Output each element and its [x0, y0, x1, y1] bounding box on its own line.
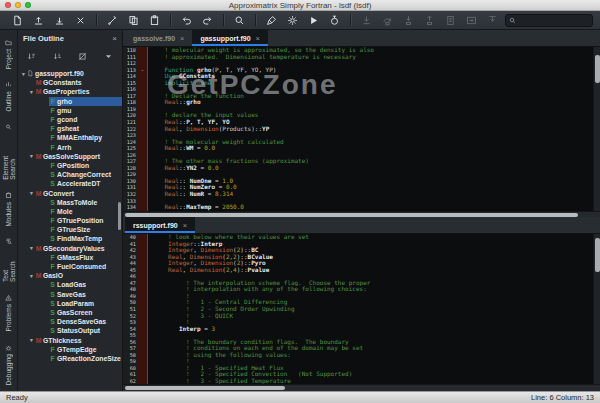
vertical-scrollbar[interactable] — [593, 47, 600, 211]
outline-item-GReactionZoneSize[interactable]: FGReactionZoneSize — [18, 354, 122, 363]
outline-item-AccelerateDT[interactable]: SAccelerateDT — [18, 179, 122, 188]
sidebar-tab-outline[interactable]: Outline — [5, 75, 12, 118]
outline-item-Mole[interactable]: FMole — [18, 207, 122, 216]
outline-item-MMAEnthalpy[interactable]: FMMAEnthalpy — [18, 133, 122, 142]
outline-options-dropdown[interactable] — [104, 52, 113, 61]
outline-item-GasProperties[interactable]: ▾MGasProperties — [18, 87, 122, 96]
debug-stack-button[interactable] — [440, 12, 461, 28]
outline-item-GThickness[interactable]: ▾MGThickness — [18, 335, 122, 344]
outline-item-gassupport.f90[interactable]: ▾gassupport.f90 — [18, 69, 122, 78]
copy-button[interactable] — [123, 12, 144, 28]
breakpoint-margin — [138, 204, 147, 211]
outline-item-label: GTempEdge — [57, 346, 97, 353]
outline-item-GMassFlux[interactable]: FGMassFlux — [18, 253, 122, 262]
outline-item-LoadParam[interactable]: SLoadParam — [18, 299, 122, 308]
debug-watches-button[interactable] — [461, 12, 482, 28]
outline-item-gmu[interactable]: Fgmu — [18, 106, 122, 115]
outline-item-LoadGas[interactable]: SLoadGas — [18, 280, 122, 289]
editor-tab-rssupport.f90[interactable]: rssupport.f90× — [125, 217, 195, 233]
debug-button[interactable] — [324, 12, 345, 28]
outline-item-GSecondaryValues[interactable]: ▾MGSecondaryValues — [18, 244, 122, 253]
window-minimize-button[interactable] — [15, 2, 21, 8]
outline-item-gcond[interactable]: Fgcond — [18, 115, 122, 124]
step-into-button[interactable] — [398, 12, 419, 28]
outline-item-StatusOutput[interactable]: SStatusOutput — [18, 326, 122, 335]
build-button[interactable] — [261, 12, 282, 28]
outline-item-GTrueSize[interactable]: FGTrueSize — [18, 225, 122, 234]
outline-item-GTruePosition[interactable]: FGTruePosition — [18, 216, 122, 225]
outline-item-body: FGTruePosition — [49, 216, 122, 225]
outline-item-Arrh[interactable]: FArrh — [18, 143, 122, 152]
close-file-button[interactable] — [70, 12, 91, 28]
step-over-icon — [382, 15, 393, 26]
function-letter-icon: F — [49, 98, 56, 105]
outline-item-label: GPosition — [57, 162, 89, 169]
undo-icon — [181, 15, 192, 26]
open-file-button[interactable] — [28, 12, 49, 28]
paste-button[interactable] — [144, 12, 165, 28]
outline-item-grho[interactable]: Fgrho — [18, 97, 122, 106]
clear-filter-button[interactable] — [78, 52, 87, 61]
find-button[interactable] — [229, 12, 250, 28]
sidebar-tab-text-search[interactable]: Text Search — [2, 232, 16, 288]
cut-button[interactable] — [102, 12, 123, 28]
toolbar-search-input[interactable] — [518, 17, 588, 24]
outline-item-DenseSaveGas[interactable]: SDenseSaveGas — [18, 317, 122, 326]
outline-close-icon[interactable]: × — [112, 34, 117, 43]
redo-button[interactable] — [197, 12, 218, 28]
sort-descending-button[interactable] — [53, 52, 62, 61]
outline-item-body: Fgrho — [49, 97, 122, 106]
vertical-scrollbar[interactable] — [593, 234, 600, 384]
step-over-button[interactable] — [377, 12, 398, 28]
expanded-arrow-icon: ▾ — [28, 153, 35, 159]
horizontal-scrollbar-thumb[interactable] — [125, 386, 285, 390]
run-to-cursor-button[interactable] — [482, 12, 503, 28]
code-editor-rssupport[interactable]: 40 ! look below where their values are s… — [123, 234, 600, 384]
window-close-button[interactable] — [5, 2, 11, 8]
outline-item-gsheat[interactable]: Fgsheat — [18, 124, 122, 133]
toolbar-search-box[interactable] — [505, 14, 593, 27]
sidebar-tab-modules[interactable]: Modules — [5, 186, 12, 233]
sidebar-tab-problems[interactable]: Problems — [5, 288, 12, 337]
code-editor-gassupport[interactable]: 110 ! molecular weight is approximated, … — [123, 47, 600, 211]
window-zoom-button[interactable] — [25, 2, 31, 8]
vertical-scrollbar-thumb[interactable] — [595, 55, 600, 83]
build-options-button[interactable] — [282, 12, 303, 28]
new-file-button[interactable] — [7, 12, 28, 28]
outline-item-FindMaxTemp[interactable]: SFindMaxTemp — [18, 234, 122, 243]
outline-item-GTempEdge[interactable]: FGTempEdge — [18, 345, 122, 354]
outline-item-GasScreen[interactable]: SGasScreen — [18, 308, 122, 317]
tab-close-icon[interactable]: × — [256, 34, 260, 43]
outline-item-label: grho — [57, 98, 72, 105]
run-button[interactable] — [303, 12, 324, 28]
debug-continue-button[interactable] — [356, 12, 377, 28]
undo-button[interactable] — [176, 12, 197, 28]
outline-scrollbar-thumb[interactable] — [118, 202, 121, 230]
outline-item-AChangeCorrect[interactable]: SAChangeCorrect — [18, 170, 122, 179]
sidebar-tab-project[interactable]: Project — [5, 33, 12, 75]
save-file-button[interactable] — [49, 12, 70, 28]
outline-item-GasIO[interactable]: ▾MGasIO — [18, 271, 122, 280]
editor-pane-top: gassolve.f90×gassupport.f90× 110 ! molec… — [123, 30, 600, 217]
sidebar-tab-debugging[interactable]: Debugging — [5, 338, 12, 391]
outline-item-FuelConsumed[interactable]: FFuelConsumed — [18, 262, 122, 271]
sidebar-tab-element-search[interactable]: Element Search — [2, 118, 16, 186]
outline-item-MassToMole[interactable]: SMassToMole — [18, 198, 122, 207]
outline-item-GasSolveSupport[interactable]: ▾MGasSolveSupport — [18, 152, 122, 161]
editor-tab-gassolve.f90[interactable]: gassolve.f90× — [125, 30, 192, 46]
tab-close-icon[interactable]: × — [183, 221, 187, 230]
debug-continue-icon — [361, 15, 372, 26]
step-out-button[interactable] — [419, 12, 440, 28]
editor-tab-gassupport.f90[interactable]: gassupport.f90× — [192, 30, 268, 46]
function-letter-icon: F — [49, 226, 56, 233]
subroutine-letter-icon: S — [49, 171, 56, 178]
outline-item-GPosition[interactable]: FGPosition — [18, 161, 122, 170]
vertical-scrollbar-thumb[interactable] — [595, 238, 600, 272]
outline-item-SaveGas[interactable]: SSaveGas — [18, 290, 122, 299]
outline-item-label: Mole — [57, 208, 72, 215]
tab-close-icon[interactable]: × — [180, 34, 184, 43]
outline-item-GConstants[interactable]: MGConstants — [18, 78, 122, 87]
horizontal-scrollbar[interactable] — [123, 384, 600, 391]
outline-item-GConvert[interactable]: ▾MGConvert — [18, 188, 122, 197]
sort-ascending-button[interactable] — [27, 52, 36, 61]
